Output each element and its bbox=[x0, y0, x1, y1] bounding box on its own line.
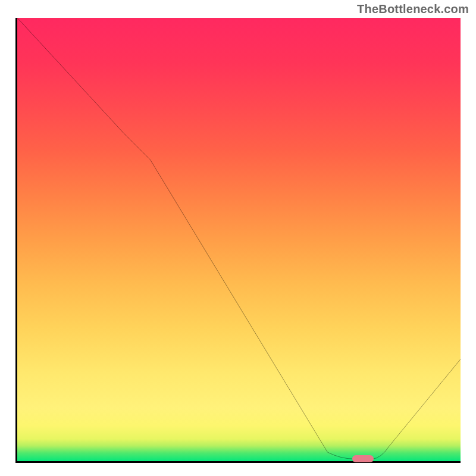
bottleneck-curve bbox=[17, 18, 461, 461]
watermark-text: TheBottleneck.com bbox=[357, 2, 469, 16]
plot-area bbox=[15, 18, 461, 463]
minimum-marker bbox=[352, 455, 374, 462]
